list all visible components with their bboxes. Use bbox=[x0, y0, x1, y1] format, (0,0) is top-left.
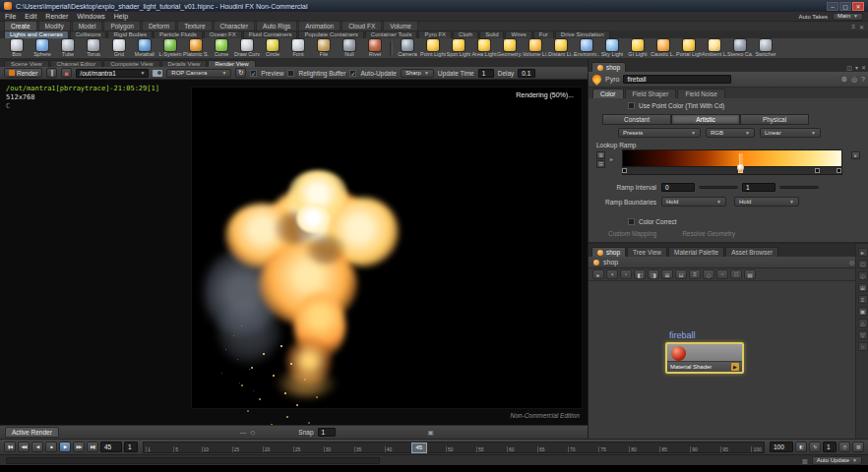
shelf-subtab[interactable]: Lights and Cameras bbox=[4, 30, 69, 38]
close-button[interactable]: ✕ bbox=[852, 2, 864, 11]
presets-dropdown[interactable]: Presets▼ bbox=[618, 128, 701, 138]
pane-split-icon[interactable]: ◫ bbox=[846, 64, 852, 71]
maximize-button[interactable]: ▢ bbox=[839, 2, 851, 11]
color-mode-button[interactable]: Artistic bbox=[671, 114, 740, 125]
shelf-tool[interactable]: Draw Curve bbox=[234, 39, 260, 57]
ramp-marker[interactable] bbox=[622, 168, 627, 173]
use-point-color-checkbox[interactable] bbox=[628, 102, 635, 109]
menu-item[interactable]: Render bbox=[45, 13, 68, 20]
network-toolbar-icon[interactable]: ○ bbox=[716, 269, 728, 279]
diamond-icon[interactable]: ◇ bbox=[250, 429, 255, 437]
ramp-marker[interactable] bbox=[738, 168, 743, 173]
network-toolbar-icon[interactable]: ◨ bbox=[648, 269, 659, 279]
snapshot-icon[interactable]: ▣ bbox=[428, 429, 434, 437]
stop-button[interactable]: ■ bbox=[61, 68, 72, 78]
shelf-tab[interactable]: Model bbox=[72, 21, 103, 30]
pane-tab[interactable]: Composite View bbox=[103, 60, 159, 67]
network-toolbar-icon[interactable]: □ bbox=[730, 269, 742, 279]
network-toolbar-icon[interactable]: ◧ bbox=[634, 269, 646, 279]
pin-icon[interactable]: ◎ bbox=[849, 259, 854, 266]
shelf-tool[interactable]: File bbox=[311, 39, 337, 57]
side-toolbar-icon[interactable]: □ bbox=[858, 260, 868, 268]
shelf-tool[interactable]: Camera bbox=[395, 39, 420, 57]
colorspace-dropdown[interactable]: RGB▼ bbox=[706, 128, 755, 138]
shelf-tab[interactable]: Character bbox=[214, 21, 256, 30]
ramp-marker-strip[interactable] bbox=[622, 167, 842, 175]
shelf-tool[interactable]: Stereo Ca... bbox=[727, 39, 753, 57]
network-toolbar-icon[interactable]: ⊟ bbox=[675, 269, 687, 279]
network-tab[interactable]: Tree View bbox=[627, 247, 667, 257]
side-toolbar-icon[interactable]: ○ bbox=[858, 342, 868, 351]
node-name-field[interactable]: fireball bbox=[623, 75, 731, 84]
transport-button[interactable]: ◀◀ bbox=[18, 442, 30, 452]
ramp-interval-min-slider[interactable] bbox=[699, 186, 738, 189]
network-toolbar-icon[interactable]: ⊞ bbox=[661, 269, 673, 279]
loop-icon[interactable]: ↻ bbox=[809, 442, 821, 452]
shelf-subtab[interactable]: Fluid Containers bbox=[243, 30, 298, 38]
snap-field[interactable]: 1 bbox=[318, 428, 336, 437]
shelf-tab[interactable]: Cloud FX bbox=[341, 21, 382, 30]
camera-selector[interactable]: ROP Camera▼ bbox=[166, 69, 231, 78]
shelf-close-icon[interactable]: ✕ bbox=[859, 24, 864, 30]
frame-increment-field[interactable]: 1 bbox=[124, 442, 138, 452]
shelf-tool[interactable]: Null bbox=[337, 39, 362, 57]
node-output-flag[interactable]: ▶ bbox=[731, 363, 739, 371]
boundary-left-dropdown[interactable]: Hold▼ bbox=[661, 197, 726, 206]
param-folder-tab[interactable]: Color bbox=[592, 88, 624, 98]
render-viewport[interactable]: Rendering (50%)... /out/mantra1[pbrraytr… bbox=[0, 80, 588, 425]
shelf-subtab[interactable]: Wires bbox=[505, 30, 531, 38]
shelf-tool[interactable]: Switcher bbox=[753, 39, 778, 57]
realtime-icon[interactable]: ◷ bbox=[838, 442, 850, 452]
take-selector[interactable]: Main▼ bbox=[833, 13, 863, 21]
transport-button[interactable]: ▶ bbox=[59, 442, 71, 452]
ramp-marker[interactable] bbox=[815, 168, 820, 173]
shelf-subtab[interactable]: Solid bbox=[479, 30, 504, 38]
menu-item[interactable]: File bbox=[5, 13, 16, 20]
help-icon[interactable]: ? bbox=[861, 76, 865, 84]
shelf-tab[interactable]: Texture bbox=[177, 21, 212, 30]
param-folder-tab[interactable]: Field Shaper bbox=[625, 88, 677, 98]
pin-icon[interactable]: ◎ bbox=[851, 76, 857, 84]
playhead[interactable]: 45 bbox=[411, 442, 427, 453]
shelf-tool[interactable]: Geometry... bbox=[497, 39, 523, 57]
color-mode-button[interactable]: Physical bbox=[740, 114, 809, 125]
shelf-tool[interactable]: Spot Light bbox=[446, 39, 471, 57]
side-toolbar-icon[interactable]: ◇ bbox=[858, 271, 868, 280]
minus-icon[interactable]: — bbox=[240, 429, 247, 436]
side-toolbar-icon[interactable]: ▸ bbox=[858, 248, 868, 257]
pane-tab[interactable]: Details View bbox=[161, 60, 208, 67]
shelf-subtab[interactable]: Rigid Bodies bbox=[107, 30, 153, 38]
timeline-ruler[interactable]: 1510152025303540455055606570758085909510… bbox=[143, 442, 765, 453]
side-toolbar-icon[interactable]: ▣ bbox=[858, 307, 868, 316]
network-toolbar-icon[interactable]: ▪ bbox=[606, 269, 618, 279]
boundary-right-dropdown[interactable]: Hold▼ bbox=[734, 197, 799, 206]
ramp-marker[interactable] bbox=[837, 168, 841, 173]
gear-icon[interactable]: ⚙ bbox=[841, 76, 847, 84]
shelf-tool[interactable]: Tube bbox=[55, 39, 81, 57]
shelf-subtab[interactable]: Pyro FX bbox=[418, 30, 452, 38]
network-toolbar-icon[interactable]: ▤ bbox=[744, 269, 756, 279]
pane-tab[interactable]: Scene View bbox=[4, 60, 49, 67]
network-toolbar-icon[interactable]: ≡ bbox=[689, 269, 701, 279]
shelf-menu-icon[interactable]: ≡ bbox=[851, 24, 855, 30]
shelf-subtab[interactable]: Container Tools bbox=[365, 30, 418, 38]
shelf-tool[interactable]: Torus bbox=[81, 39, 106, 57]
delay-field[interactable]: 0.1 bbox=[518, 69, 535, 78]
network-toolbar-icon[interactable]: ▸ bbox=[592, 269, 604, 279]
side-toolbar-icon[interactable]: ≡ bbox=[858, 295, 868, 304]
range-icon[interactable]: ◧ bbox=[795, 442, 807, 452]
shelf-tab[interactable]: Create bbox=[4, 21, 37, 30]
pane-close-icon[interactable]: ✕ bbox=[861, 64, 866, 71]
shelf-subtab[interactable]: Fur bbox=[533, 30, 554, 38]
rop-path-field[interactable]: /out/mantra1▼ bbox=[76, 69, 149, 78]
network-canvas[interactable]: fireball Material Shader ▶ bbox=[589, 281, 855, 439]
transport-button[interactable]: ■ bbox=[45, 442, 57, 452]
shelf-tab[interactable]: Deform bbox=[142, 21, 176, 30]
shelf-subtab[interactable]: Particle Fluids bbox=[154, 30, 203, 38]
menu-item[interactable]: Windows bbox=[77, 13, 104, 20]
side-toolbar-icon[interactable]: ▽ bbox=[858, 330, 868, 339]
auto-update-checkbox[interactable]: ✓ bbox=[349, 70, 356, 77]
shelf-tab[interactable]: Polygon bbox=[103, 21, 141, 30]
network-toolbar-icon[interactable]: ▫ bbox=[620, 269, 632, 279]
shelf-subtab[interactable]: Cloth bbox=[453, 30, 478, 38]
